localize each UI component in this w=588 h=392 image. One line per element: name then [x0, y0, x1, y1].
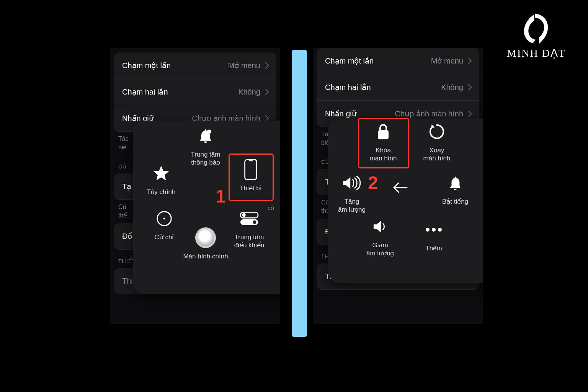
svg-point-0: [207, 130, 211, 134]
brand-mark-icon: [515, 11, 557, 46]
tutorial-card: Chạm một lần Mở menu Chạm hai lần Không …: [45, 17, 508, 325]
volume-up-icon: [341, 172, 363, 194]
assistivetouch-device-menu[interactable]: Khóa màn hình Xoay màn hình Tăng âm lượn…: [328, 119, 483, 283]
more-icon: [423, 219, 444, 240]
gesture-icon: [154, 208, 175, 229]
at-item-notification-center[interactable]: Trung tâm thông báo: [183, 125, 229, 167]
chevron-right-icon: [263, 89, 269, 95]
chevron-right-icon: [466, 84, 472, 91]
svg-rect-2: [249, 160, 253, 162]
phone-panel-right: Chạm một lần Mở menu Chạm hai lần Không …: [313, 48, 483, 324]
at-item-volume-down[interactable]: Giảm âm lượng: [357, 216, 403, 258]
brand-name: MINH ĐẠT: [507, 47, 566, 59]
svg-point-11: [432, 228, 436, 232]
svg-point-10: [426, 228, 430, 232]
at-item-gesture[interactable]: Cử chỉ: [141, 208, 187, 241]
assistivetouch-menu[interactable]: Trung tâm thông báo Tùy chỉnh Thiết bị: [133, 121, 280, 294]
at-item-rotate-screen[interactable]: Xoay màn hình: [414, 121, 460, 163]
control-center-icon: [238, 208, 260, 229]
star-icon: [150, 163, 172, 184]
at-item-customize[interactable]: Tùy chỉnh: [138, 163, 184, 196]
at-item-more[interactable]: Thêm: [411, 219, 457, 252]
step-number-2: 2: [368, 172, 378, 193]
home-button-icon: [195, 227, 216, 248]
at-item-lock-screen[interactable]: Khóa màn hình: [360, 121, 406, 163]
bell-badge-icon: [195, 125, 216, 147]
svg-point-4: [163, 218, 165, 220]
arrow-left-icon: [389, 177, 411, 198]
brand-logo: MINH ĐẠT: [507, 11, 566, 59]
svg-rect-1: [245, 160, 257, 180]
settings-row-single-tap[interactable]: Chạm một lần Mở menu: [317, 48, 479, 74]
volume-down-icon: [369, 216, 391, 237]
settings-row-double-tap[interactable]: Chạm hai lần Không: [317, 74, 479, 101]
phone-icon: [240, 159, 261, 180]
svg-point-6: [242, 213, 245, 217]
step-number-1: 1: [216, 186, 226, 207]
bell-icon: [444, 172, 466, 194]
svg-point-8: [253, 220, 256, 224]
svg-point-12: [438, 228, 442, 232]
chevron-right-icon: [466, 58, 472, 64]
chevron-right-icon: [466, 111, 472, 117]
chevron-right-icon: [263, 62, 269, 69]
at-item-home[interactable]: Màn hình chính: [183, 227, 229, 260]
at-item-back[interactable]: [385, 177, 415, 198]
at-item-device[interactable]: Thiết bị: [228, 159, 274, 192]
panel-separator: [292, 50, 307, 337]
at-item-control-center[interactable]: Trung tâm điều khiển: [226, 208, 272, 250]
rotate-icon: [426, 121, 448, 142]
settings-row-single-tap[interactable]: Chạm một lần Mở menu: [114, 52, 276, 79]
svg-rect-9: [378, 130, 389, 139]
lock-icon: [372, 121, 394, 142]
settings-row-double-tap[interactable]: Chạm hai lần Không: [114, 79, 276, 105]
note-fragment: có: [268, 204, 274, 212]
at-item-ring-on[interactable]: Bật tiếng: [432, 172, 478, 206]
phone-panel-left: Chạm một lần Mở menu Chạm hai lần Không …: [110, 48, 280, 324]
